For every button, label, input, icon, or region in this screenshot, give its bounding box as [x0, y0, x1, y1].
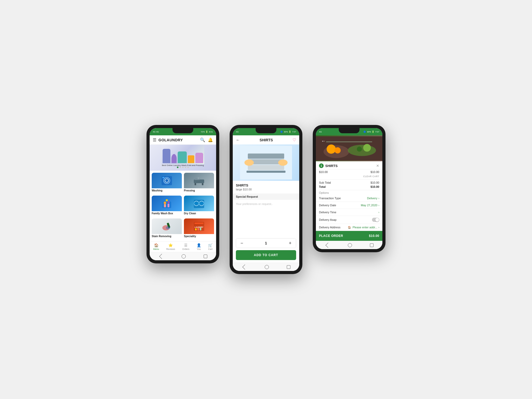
quantity-row: − 1 + [236, 238, 296, 248]
option-delivery-time[interactable]: Delivery Time › [316, 209, 382, 216]
cart-close-icon[interactable]: ✕ [376, 164, 379, 168]
svg-rect-9 [162, 202, 171, 208]
svg-point-33 [244, 159, 254, 166]
category-stain-removing[interactable]: Stain Removing [152, 218, 182, 239]
option-delivery-date[interactable]: Delivery Date May 27,2020 › [316, 202, 382, 209]
product-info: SHIRTS large $10.00 [233, 181, 299, 194]
transaction-type-label: Transaction Type [319, 197, 341, 200]
add-to-cart-button[interactable]: ADD TO CART [236, 250, 296, 260]
nav-orders[interactable]: ☰ Orders [182, 243, 189, 250]
product-name: SHIRTS [236, 183, 296, 187]
total-label: Total [319, 185, 325, 188]
status-bar-2: 4G 🔵 30% 🔋 7:07 [233, 128, 299, 135]
cart-item-name: SHIRTS [325, 164, 338, 168]
back-button-2[interactable] [242, 264, 248, 270]
svg-rect-27 [200, 227, 201, 230]
star-icon: ⭐ [168, 243, 173, 247]
washing-image [152, 173, 182, 188]
back-button-3[interactable]: ← [321, 138, 326, 144]
menu-hamburger-icon[interactable]: ☰ [153, 137, 156, 142]
options-section-label: Options [316, 190, 382, 195]
favorite-icon[interactable]: ♡ [292, 137, 296, 142]
search-icon[interactable]: 🔍 [200, 137, 205, 142]
bottom-navigation: 🏠 Menu ⭐ Reviews ☰ Orders 👤 You 🛒 C [150, 241, 216, 252]
svg-rect-3 [162, 177, 164, 178]
category-pressing[interactable]: Pressing [184, 173, 214, 194]
status-bar-3: 4G 🔵 30% 🔋 7:07 [316, 128, 382, 135]
dot-1[interactable] [177, 167, 178, 168]
clear-cart-button[interactable]: CLEAR CART [363, 175, 379, 178]
place-order-price: $10.00 [369, 234, 379, 238]
svg-rect-4 [194, 179, 204, 183]
speciality-label: Speciality [184, 234, 214, 239]
svg-point-37 [327, 144, 336, 154]
home-button-2[interactable] [265, 265, 269, 269]
home-button-1[interactable] [182, 254, 186, 258]
svg-point-21 [166, 226, 170, 229]
app-logo: GOLAUNDRY [158, 138, 183, 142]
delivery-address-value: 🏠 Please enter addr... › [348, 226, 379, 229]
category-speciality[interactable]: LAUNDRY Speciality [184, 218, 214, 239]
home-button-3[interactable] [348, 243, 352, 247]
svg-point-38 [335, 147, 341, 154]
product-title: SHIRTS [260, 138, 273, 142]
option-transaction-type[interactable]: Transaction Type Delivery › [316, 195, 382, 202]
delivery-asap-toggle[interactable] [372, 218, 379, 222]
clear-cart-row: CLEAR CART [316, 175, 382, 179]
svg-point-40 [363, 144, 371, 152]
option-delivery-address[interactable]: Delivery Address 🏠 Please enter addr... … [316, 224, 382, 231]
android-nav-bar-2 [233, 263, 299, 271]
subtotal-value: $10.00 [370, 181, 379, 184]
svg-rect-42 [326, 141, 372, 142]
stain-removing-label: Stain Removing [152, 234, 182, 239]
svg-rect-13 [168, 204, 169, 207]
option-delivery-asap[interactable]: Delivery Asap [316, 216, 382, 224]
android-nav-bar-3 [316, 241, 382, 249]
notification-icon[interactable]: 🔔 [208, 137, 213, 142]
svg-point-11 [168, 201, 170, 203]
nav-reviews[interactable]: ⭐ Reviews [166, 243, 175, 250]
svg-point-41 [357, 147, 362, 152]
quantity-plus-button[interactable]: + [284, 238, 296, 248]
recent-button-1[interactable] [204, 255, 207, 258]
cart-price-row: $10.00 $10.00 [316, 169, 382, 175]
item-price-left: $10.00 [319, 170, 328, 174]
nav-you[interactable]: 👤 You [197, 243, 201, 250]
total-value: $10.00 [370, 185, 379, 188]
chevron-right-icon: › [378, 197, 379, 200]
svg-rect-18 [194, 202, 204, 204]
cart-header: 1 SHIRTS ✕ [316, 161, 382, 169]
place-order-bar[interactable]: PLACE ORDER $10.00 [316, 231, 382, 241]
svg-rect-6 [198, 177, 199, 179]
pressing-image [184, 173, 214, 188]
back-button-1[interactable] [159, 254, 164, 259]
dry-clean-image [184, 196, 214, 211]
category-washing[interactable]: Washing [152, 173, 182, 194]
quantity-minus-button[interactable]: − [236, 238, 248, 248]
total-row: Total $10.00 [316, 185, 382, 190]
status-right-2: 🔵 30% 🔋 7:07 [280, 131, 296, 133]
back-button-nav-3[interactable] [325, 243, 331, 248]
nav-cart[interactable]: 🛒 Cart [208, 243, 212, 250]
order-header-image [316, 135, 382, 161]
dot-3[interactable] [182, 167, 184, 168]
category-dry-clean[interactable]: Dry Clean [184, 196, 214, 216]
back-button[interactable]: ← [236, 138, 240, 142]
category-family-wash[interactable]: Family Wash Box [152, 196, 182, 216]
dot-4[interactable] [185, 167, 186, 168]
home-icon: 🏠 [154, 243, 158, 247]
recent-button-3[interactable] [370, 243, 374, 247]
special-request-input[interactable]: Your preferences or request.. [233, 200, 299, 236]
dot-5[interactable] [187, 167, 189, 168]
stain-removing-image [152, 218, 182, 234]
dot-2[interactable] [179, 167, 181, 168]
cart-item-row: 1 SHIRTS [319, 163, 338, 168]
nav-menu[interactable]: 🏠 Menu [153, 243, 159, 250]
recent-button-2[interactable] [287, 265, 290, 269]
special-request-label: Special Request [233, 194, 299, 200]
banner-text: Best Online Laundry Wash,Fold and Pressi… [162, 164, 204, 167]
svg-rect-26 [197, 228, 199, 230]
phone-3: 4G 🔵 30% 🔋 7:07 [313, 125, 385, 252]
subtotal-row: Sub Total $10.00 [316, 179, 382, 185]
speciality-image: LAUNDRY [184, 218, 214, 234]
